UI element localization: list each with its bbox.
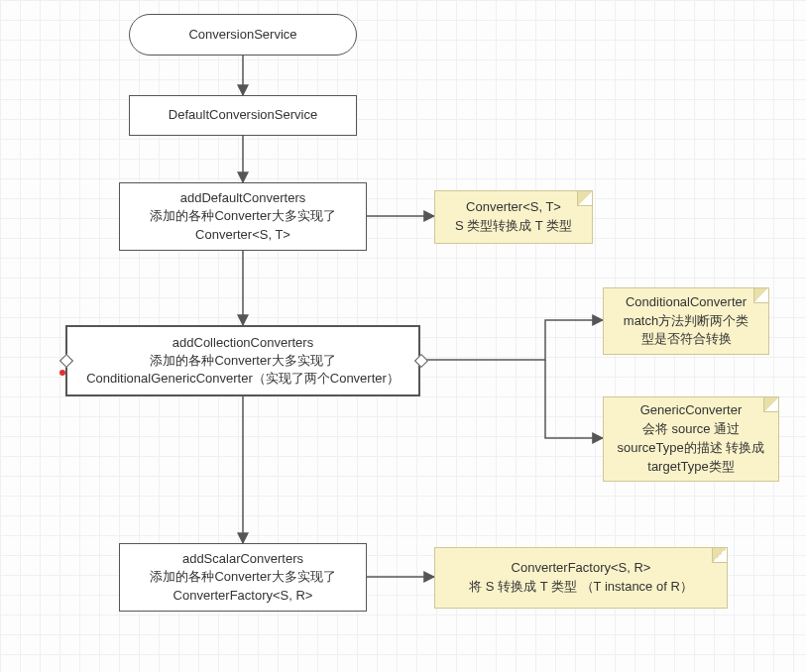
note-line: sourceType的描述 转换成: [618, 439, 765, 458]
node-line: addScalarConverters: [150, 550, 335, 568]
note-line: GenericConverter: [618, 401, 765, 420]
node-label: ConversionService: [188, 26, 296, 44]
note-conditional-converter: ConditionalConverter match方法判断两个类 型是否符合转…: [603, 287, 769, 355]
node-line: addCollectionConverters: [86, 334, 400, 352]
node-line: ConverterFactory<S, R>: [150, 587, 335, 605]
note-generic-converter: GenericConverter 会将 source 通过 sourceType…: [603, 396, 779, 482]
anchor-dot: [59, 370, 65, 376]
note-line: 型是否符合转换: [624, 330, 748, 349]
note-line: targetType类型: [618, 458, 765, 477]
node-line: Converter<S, T>: [150, 226, 335, 244]
note-line: match方法判断两个类: [624, 312, 748, 331]
node-conversion-service: ConversionService: [129, 14, 357, 56]
node-line: ConditionalGenericConverter（实现了两个Convert…: [86, 370, 400, 388]
node-line: addDefaultConverters: [150, 189, 335, 207]
node-add-collection-converters[interactable]: addCollectionConverters 添加的各种Converter大多…: [65, 325, 420, 396]
note-line: S 类型转换成 T 类型: [455, 217, 572, 236]
note-line: 会将 source 通过: [618, 420, 765, 439]
note-line: ConditionalConverter: [624, 293, 748, 312]
note-converter-factory: ConverterFactory<S, R> 将 S 转换成 T 类型 （T i…: [434, 547, 728, 609]
node-line: 添加的各种Converter大多实现了: [150, 568, 335, 586]
note-line: ConverterFactory<S, R>: [469, 559, 693, 578]
node-add-scalar-converters: addScalarConverters 添加的各种Converter大多实现了 …: [119, 543, 367, 612]
note-line: 将 S 转换成 T 类型 （T instance of R）: [469, 578, 693, 597]
node-line: 添加的各种Converter大多实现了: [150, 207, 335, 225]
node-default-conversion-service: DefaultConversionService: [129, 95, 357, 136]
note-line: Converter<S, T>: [455, 198, 572, 217]
node-label: DefaultConversionService: [169, 106, 317, 124]
note-converter-st: Converter<S, T> S 类型转换成 T 类型: [434, 190, 593, 244]
node-line: 添加的各种Converter大多实现了: [86, 352, 400, 370]
node-add-default-converters: addDefaultConverters 添加的各种Converter大多实现了…: [119, 182, 367, 251]
